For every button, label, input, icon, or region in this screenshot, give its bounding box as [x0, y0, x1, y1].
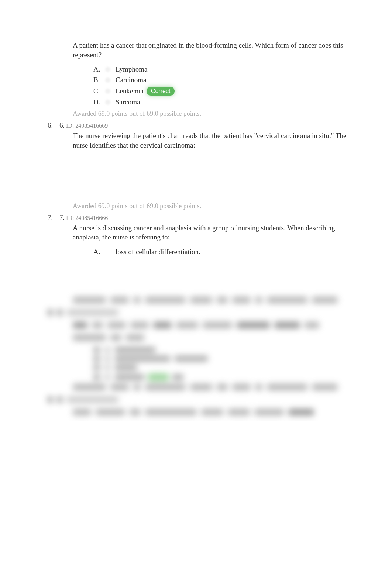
question-number-inner: 6. [59, 121, 66, 130]
choice-letter: A. [93, 65, 102, 73]
choice-text: Carcinoma [116, 76, 146, 84]
points-awarded: Awarded 69.0 points out of 69.0 possible… [73, 202, 362, 210]
choices-list: A. Lymphoma B. Carcinoma C. Leukemia Cor… [73, 65, 362, 106]
question-number-outer: 7. [48, 214, 59, 222]
question-id: ID: 24085416666 [66, 215, 108, 221]
radio-icon [104, 65, 112, 73]
question-5-block: A patient has a cancer that originated i… [73, 41, 362, 118]
question-text: A patient has a cancer that originated i… [73, 41, 362, 59]
choice-a[interactable]: A. Lymphoma [93, 65, 362, 73]
question-number-inner: 7. [59, 214, 66, 222]
points-awarded: Awarded 69.0 points out of 69.0 possible… [73, 110, 362, 118]
choice-b[interactable]: B. Carcinoma [93, 76, 362, 84]
blurred-content [73, 297, 362, 417]
choice-text: Sarcoma [116, 98, 140, 106]
question-text: The nurse reviewing the patient's chart … [73, 131, 362, 150]
choices-list: A. loss of cellular differentiation. [73, 248, 362, 256]
choice-a[interactable]: A. loss of cellular differentiation. [93, 248, 362, 256]
radio-icon [104, 76, 112, 84]
choice-letter: C. [93, 87, 102, 95]
choice-letter: D. [93, 98, 102, 106]
choice-text: Leukemia [116, 87, 144, 95]
radio-icon [104, 98, 112, 106]
radio-icon [104, 87, 112, 95]
radio-icon [104, 248, 112, 256]
question-6-block: 6. 6. ID: 24085416669 The nurse reviewin… [73, 121, 362, 210]
choice-c[interactable]: C. Leukemia Correct [93, 87, 362, 96]
correct-badge: Correct [147, 87, 175, 96]
question-text: A nurse is discussing cancer and anaplas… [73, 223, 362, 242]
choice-text: Lymphoma [116, 65, 148, 73]
question-header: 6. 6. ID: 24085416669 [48, 121, 362, 130]
choice-text: loss of cellular differentiation. [116, 248, 200, 256]
choice-letter: A. [93, 248, 102, 256]
choice-letter: B. [93, 76, 102, 84]
question-7-block: 7. 7. ID: 24085416666 A nurse is discuss… [73, 214, 362, 297]
question-number-outer: 6. [48, 121, 59, 130]
question-header: 7. 7. ID: 24085416666 [48, 214, 362, 222]
question-id: ID: 24085416669 [66, 123, 108, 129]
choice-d[interactable]: D. Sarcoma [93, 98, 362, 106]
